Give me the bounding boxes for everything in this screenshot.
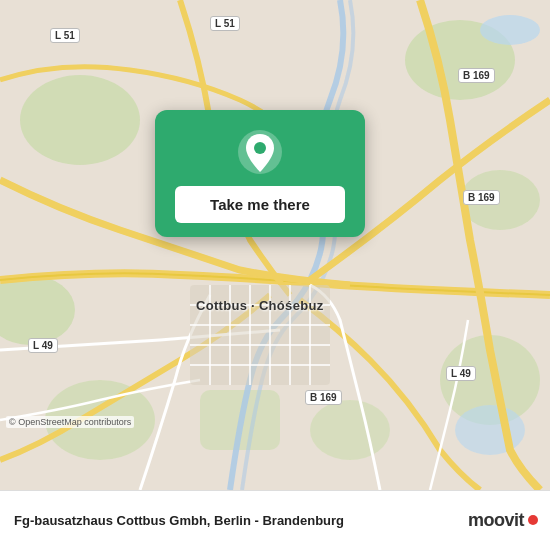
footer-info: Fg-bausatzhaus Cottbus Gmbh, Berlin - Br…: [14, 513, 468, 528]
moovit-text: moovit: [468, 510, 524, 531]
moovit-dot-icon: [528, 515, 538, 525]
road-label-b169-2: B 169: [463, 190, 500, 205]
svg-point-23: [254, 142, 266, 154]
road-label-l51-2: L 51: [210, 16, 240, 31]
footer-title: Fg-bausatzhaus Cottbus Gmbh, Berlin - Br…: [14, 513, 468, 528]
road-label-l51-1: L 51: [50, 28, 80, 43]
road-label-l49-1: L 49: [28, 338, 58, 353]
road-label-b169-1: B 169: [458, 68, 495, 83]
location-pin-icon: [236, 128, 284, 176]
map-container: L 51 L 51 B 169 B 169 B 169 L 49 L 49 Sp…: [0, 0, 550, 490]
road-label-l49-2: L 49: [446, 366, 476, 381]
take-me-there-button[interactable]: Take me there: [175, 186, 345, 223]
action-card: Take me there: [155, 110, 365, 237]
svg-point-9: [480, 15, 540, 45]
svg-point-7: [310, 400, 390, 460]
city-label: Cottbus · Chóśebuz: [196, 298, 323, 313]
svg-point-1: [20, 75, 140, 165]
osm-credit: © OpenStreetMap contributors: [6, 416, 134, 428]
footer-bar: Fg-bausatzhaus Cottbus Gmbh, Berlin - Br…: [0, 490, 550, 550]
svg-point-10: [455, 405, 525, 455]
road-label-b169-3: B 169: [305, 390, 342, 405]
moovit-logo: moovit: [468, 510, 538, 531]
